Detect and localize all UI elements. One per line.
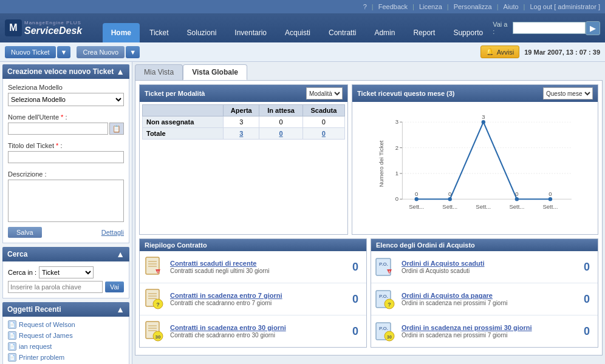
- svg-text:Sett...: Sett...: [542, 203, 558, 210]
- recent-panel-header: Oggetti Recenti ▲: [2, 302, 129, 317]
- create-ticket-panel-body: Seleziona Modello Seleziona Modello Nome…: [2, 79, 129, 243]
- list-item: 📄 Printer problem: [8, 352, 124, 363]
- search-keyword-input[interactable]: [8, 281, 103, 293]
- vai-search-btn[interactable]: ▶: [586, 21, 600, 35]
- create-ticket-title: Creazione veloce nuovo Ticket: [7, 67, 114, 76]
- riepilogo-item-2-text: Contratti in scadenza entro 7 giorni Con…: [170, 292, 343, 306]
- crea-nuovo-btn[interactable]: Crea Nuovo: [77, 46, 125, 58]
- y-axis-label: Numero dei Ticket: [378, 140, 385, 187]
- cerca-in-row: Cerca in : Ticket: [8, 266, 124, 278]
- nav-inventario[interactable]: Inventario: [226, 23, 275, 42]
- totale-attesa-link[interactable]: 0: [279, 130, 283, 137]
- riepilogo-item-3-link[interactable]: Contratti in scadenza entro 30 giorni: [170, 324, 286, 331]
- detail-btn[interactable]: Dettagli: [101, 229, 124, 236]
- elenco-item-1-desc: Ordini di Acquisto scaduti: [402, 268, 575, 274]
- tab-mia-vista[interactable]: Mia Vista: [135, 64, 183, 80]
- ticket-title-label: Titolo del Ticket * :: [8, 142, 124, 149]
- link-feedback[interactable]: Feedback: [378, 3, 408, 10]
- tab-vista-globale[interactable]: Vista Globale: [183, 64, 247, 80]
- user-name-input[interactable]: [8, 123, 108, 135]
- chart-point: [515, 197, 519, 201]
- nuovo-ticket-btn[interactable]: Nuovo Ticket: [5, 46, 56, 58]
- svg-text:Sett...: Sett...: [509, 203, 524, 210]
- ticket-title-input[interactable]: [8, 151, 124, 163]
- svg-text:P.O.: P.O.: [379, 261, 388, 267]
- recent-item-link[interactable]: Printer problem: [19, 354, 64, 361]
- cerca-collapse-icon[interactable]: ▲: [116, 249, 125, 259]
- totale-scaduta-link[interactable]: 0: [322, 130, 326, 137]
- nav-ticket[interactable]: Ticket: [141, 23, 177, 42]
- chart-point: [414, 197, 418, 201]
- riepilogo-content: ! Contratti scaduti di recente Contratti…: [140, 251, 366, 347]
- create-panel-collapse-icon[interactable]: ▲: [116, 67, 125, 76]
- vai-input[interactable]: [513, 22, 586, 34]
- svg-text:30: 30: [387, 335, 392, 339]
- recent-item-link[interactable]: Request of Welson: [19, 321, 75, 328]
- recent-item-link[interactable]: Request of James: [19, 332, 73, 339]
- ticket-icon: 📄: [8, 331, 16, 340]
- link-aiuto[interactable]: Aiuto: [504, 3, 519, 10]
- svg-text:Sett...: Sett...: [476, 203, 491, 210]
- nav-acquisti[interactable]: Acquisti: [276, 23, 319, 42]
- search-row: Vai: [8, 281, 124, 293]
- nav-home[interactable]: Home: [103, 23, 140, 42]
- save-btn[interactable]: Salva: [8, 227, 42, 238]
- elenco-item-2-link[interactable]: Ordini di Acquisto da pagare: [402, 292, 493, 299]
- nav-soluzioni[interactable]: Soluzioni: [179, 23, 225, 42]
- recent-panel-body: 📄 Request of Welson 📄 Request of James 📄…: [2, 317, 129, 364]
- recent-collapse-icon[interactable]: ▲: [116, 305, 125, 314]
- riepilogo-item-3-desc: Contratti che scadranno entro 30 giorni: [170, 332, 343, 339]
- elenco-ordini-title-text: Elenco degli Ordini di Acquisto: [376, 241, 475, 249]
- cerca-in-select[interactable]: Ticket: [39, 266, 94, 278]
- chart-svg: Numero dei Ticket 0 1 2: [360, 109, 590, 218]
- recent-item-link[interactable]: ian request: [19, 343, 52, 350]
- top-bar: ? | Feedback | Licenza | Personalizza | …: [0, 0, 605, 13]
- nav-report[interactable]: Report: [405, 23, 443, 42]
- link-help-num[interactable]: ?: [363, 3, 367, 10]
- svg-text:0: 0: [549, 190, 552, 197]
- riepilogo-item-2-link[interactable]: Contratti in scadenza entro 7 giorni: [170, 292, 282, 299]
- recent-panel: Oggetti Recenti ▲ 📄 Request of Welson 📄 …: [2, 302, 129, 364]
- riepilogo-item-1-link[interactable]: Contratti scaduti di recente: [170, 260, 256, 267]
- description-textarea[interactable]: [8, 180, 124, 222]
- link-personalizza[interactable]: Personalizza: [454, 3, 492, 10]
- contract-expired-icon: !: [143, 256, 165, 278]
- totale-aperta-link[interactable]: 3: [239, 130, 243, 137]
- toolbar: Nuovo Ticket ▼ Crea Nuovo ▼ 🔔 Avvisi 19 …: [0, 42, 605, 62]
- list-item: P.O. ? Ordini di Acquisto da pagare Ordi…: [371, 283, 598, 315]
- logo-sub: ManageEngine PLUS: [24, 20, 82, 25]
- ricevuti-filter[interactable]: Questo mese: [543, 87, 593, 99]
- ticket-ricevuti-content: Numero dei Ticket 0 1 2: [352, 102, 598, 234]
- link-licenza[interactable]: Licenza: [419, 3, 442, 10]
- ticket-ricevuti-title: Ticket ricevuti questo mese (3) Questo m…: [352, 85, 598, 102]
- datetime-display: 19 Mar 2007, 13 : 07 : 39: [524, 49, 600, 56]
- link-logout[interactable]: Log out [ administrator ]: [530, 3, 600, 10]
- logo-main: ServiceDesk: [24, 25, 82, 36]
- user-browse-btn[interactable]: 📋: [109, 123, 124, 135]
- elenco-item-3-link[interactable]: Ordini in scadenza nei prossimi 30 giorn…: [402, 324, 532, 331]
- elenco-item-1-count: 0: [579, 261, 594, 274]
- ticket-modalita-title-text: Ticket per Modalità: [145, 90, 205, 97]
- avvisi-btn[interactable]: 🔔 Avvisi: [480, 46, 520, 58]
- elenco-item-3-desc: Ordini in scadenza nei prossimi 7 giorni: [402, 332, 575, 339]
- modalita-filter[interactable]: Modalità: [306, 87, 343, 99]
- svg-text:0: 0: [415, 190, 418, 197]
- nav-right: Vai a : ▶: [493, 21, 605, 35]
- row-non-assegnata-label: Non assegnata: [143, 116, 224, 128]
- riepilogo-item-2-count: 0: [348, 293, 363, 306]
- nav-contratti[interactable]: Contratti: [320, 23, 364, 42]
- nav-admin[interactable]: Admin: [366, 23, 403, 42]
- crea-nuovo-dropdown[interactable]: ▼: [126, 46, 140, 58]
- model-select[interactable]: Seleziona Modello: [8, 93, 124, 106]
- cerca-title: Cerca: [7, 250, 27, 258]
- elenco-item-1-link[interactable]: Ordini di Acquisto scaduti: [402, 260, 485, 267]
- vai-cerca-btn[interactable]: Vai: [105, 281, 124, 292]
- nuovo-ticket-dropdown[interactable]: ▼: [57, 46, 71, 58]
- row-totale-label: Totale: [143, 128, 224, 140]
- contract-30day-icon: 30: [143, 320, 165, 342]
- vai-label: Vai a :: [493, 21, 510, 35]
- nav-supporto[interactable]: Supporto: [445, 23, 491, 42]
- svg-text:30: 30: [156, 334, 161, 340]
- list-item: ! Contratti scaduti di recente Contratti…: [140, 251, 366, 283]
- content-area: Mia Vista Vista Globale Ticket per Modal…: [132, 62, 605, 364]
